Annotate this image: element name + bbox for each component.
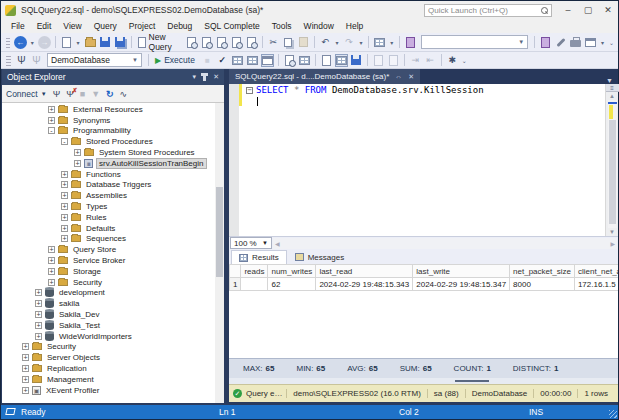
menu-item-edit[interactable]: Edit [31, 21, 58, 31]
editor-scroll-track[interactable] [608, 100, 617, 228]
collapse-region-icon[interactable]: − [246, 87, 253, 94]
tree-expander-icon[interactable]: + [61, 214, 68, 221]
tree-expander-icon[interactable]: + [22, 387, 29, 394]
maximize-button[interactable]: ▢ [582, 3, 594, 17]
tree-item-security[interactable]: +Security [2, 277, 224, 288]
toolbar-grip[interactable] [6, 54, 11, 66]
column-header-reads[interactable]: reads [241, 265, 268, 278]
live-stats-icon[interactable] [246, 54, 259, 67]
tree-expander-icon[interactable]: + [22, 343, 29, 350]
close-tab-icon[interactable]: ✕ [408, 73, 414, 81]
new-query-button[interactable]: New Query [135, 36, 183, 49]
pin-icon[interactable] [203, 73, 206, 81]
results-to-file-icon[interactable] [350, 54, 363, 67]
tree-item-wideworldimporters[interactable]: +WideWorldImporters [2, 331, 224, 342]
tree-item-development[interactable]: +development [2, 288, 224, 299]
find-combo[interactable]: ▼ [421, 35, 528, 49]
tree-item-sequences[interactable]: +Sequences [2, 234, 224, 245]
tree-expander-icon[interactable]: + [35, 333, 42, 340]
grid-cell[interactable]: 172.16.1.5 [574, 278, 618, 291]
tree-item-synonyms[interactable]: +Synonyms [2, 115, 224, 126]
tree-expander-icon[interactable]: + [22, 376, 29, 383]
split-window-handle[interactable]: ≡ [606, 84, 619, 92]
tree-expander-icon[interactable]: + [61, 203, 68, 210]
template-params-icon[interactable] [298, 54, 311, 67]
tree-expander-icon[interactable]: + [48, 268, 55, 275]
tree-item-service-broker[interactable]: +Service Broker [2, 255, 224, 266]
sqlcmd-mode-icon[interactable]: ✱ [446, 54, 459, 67]
close-panel-icon[interactable]: ✕ [213, 73, 219, 81]
activity-monitor-icon[interactable] [373, 36, 386, 49]
results-to-text-icon[interactable] [320, 54, 333, 67]
tree-expander-icon[interactable]: + [35, 289, 42, 296]
zoom-level-select[interactable]: 100 % ▼ [230, 237, 272, 249]
tree-expander-icon[interactable]: + [61, 181, 68, 188]
solution-icon[interactable] [404, 36, 417, 49]
tree-scrollbar[interactable] [215, 103, 224, 403]
toolbox-icon[interactable] [569, 36, 582, 49]
tree-scrollbar-thumb[interactable] [216, 187, 223, 277]
tree-item-storage[interactable]: +Storage [2, 266, 224, 277]
mdx-query-icon[interactable] [200, 36, 213, 49]
tree-item-functions[interactable]: +Functions [2, 169, 224, 180]
tree-item-defaults[interactable]: +Defaults [2, 223, 224, 234]
database-engine-query-icon[interactable] [185, 36, 198, 49]
grid-cell[interactable]: 8000 [510, 278, 575, 291]
tree-expander-icon[interactable]: + [48, 257, 55, 264]
scroll-left-icon[interactable]: ◀ [275, 240, 280, 247]
query-document-tab[interactable]: SQLQuery22.sql - d....DemoDatabase (sa)*… [229, 69, 420, 84]
tree-item-types[interactable]: +Types [2, 201, 224, 212]
menu-item-tools[interactable]: Tools [266, 21, 298, 31]
tree-expander-icon[interactable]: + [74, 149, 81, 156]
script-dropdown[interactable]: ▾ [388, 36, 395, 49]
tree-item-xevent-profiler[interactable]: +▣XEvent Profiler [2, 385, 224, 396]
tree-item-sakila[interactable]: +sakila [2, 298, 224, 309]
toolbar-grip[interactable] [6, 36, 10, 48]
tree-expander-icon[interactable]: + [22, 354, 29, 361]
tree-item-programmability[interactable]: -Programmability [2, 126, 224, 137]
menu-item-project[interactable]: Project [123, 21, 161, 31]
tree-item-system-stored-procedures[interactable]: +System Stored Procedures [2, 147, 224, 158]
tree-item-security[interactable]: +Security [2, 342, 224, 353]
column-header-last-write[interactable]: last_write [413, 265, 510, 278]
tree-item-server-objects[interactable]: +Server Objects [2, 352, 224, 363]
menu-item-debug[interactable]: Debug [161, 21, 198, 31]
scroll-down-icon[interactable]: ▼ [609, 228, 615, 236]
menu-item-query[interactable]: Query [88, 21, 123, 31]
tree-expander-icon[interactable]: + [61, 225, 68, 232]
menu-item-file[interactable]: File [5, 21, 31, 31]
properties-dropdown[interactable]: ▾ [599, 36, 606, 49]
sql-editor[interactable]: −SELECT * FROM DemoDatabase.srv.KillSess… [229, 84, 618, 236]
intellisense-icon[interactable] [283, 54, 296, 67]
query-toolbar-overflow[interactable]: ⌄ [461, 54, 468, 67]
scroll-right-icon[interactable]: ▶ [610, 240, 615, 247]
grid-cell[interactable]: 2024-02-29 19:48:15.343 [316, 278, 413, 291]
grid-cell[interactable]: 62 [268, 278, 316, 291]
tree-item-external-resources[interactable]: +External Resources [2, 104, 224, 115]
code-area[interactable]: −SELECT * FROM DemoDatabase.srv.KillSess… [242, 84, 605, 236]
tree-item-database-triggers[interactable]: +Database Triggers [2, 180, 224, 191]
open-file-icon[interactable] [84, 36, 97, 49]
sql-complete-wrench-icon[interactable] [554, 36, 567, 49]
nav-backward-dropdown[interactable]: ▾ [29, 36, 36, 49]
quick-launch-input[interactable]: Quick Launch (Ctrl+Q) [424, 4, 552, 17]
toolbar-overflow[interactable]: ⌄ [608, 36, 615, 49]
tree-expander-icon[interactable]: + [22, 365, 29, 372]
tree-expander-icon[interactable]: + [61, 171, 68, 178]
estimated-plan-icon[interactable] [231, 54, 244, 67]
editor-scrollbar[interactable]: ≡ ▲ ▼ [605, 84, 618, 236]
refresh-icon[interactable]: ↻ [106, 89, 114, 99]
grid-cell[interactable]: 1 [230, 278, 241, 291]
column-header-num-writes[interactable]: num_writes [268, 265, 316, 278]
tree-item-management[interactable]: +Management [2, 374, 224, 385]
menu-item-help[interactable]: Help [340, 21, 369, 31]
tree-item-query-store[interactable]: +Query Store [2, 244, 224, 255]
tree-expander-icon[interactable]: + [61, 235, 68, 242]
tree-item-rules[interactable]: +Rules [2, 212, 224, 223]
nav-backward-icon[interactable]: ← [14, 36, 27, 49]
column-header-last-read[interactable]: last_read [316, 265, 413, 278]
redo-dropdown[interactable]: ▾ [357, 36, 364, 49]
grid-cell[interactable]: 2024-02-29 19:48:15.347 [413, 278, 510, 291]
tab-list-dropdown-icon[interactable]: ▼ [601, 77, 618, 84]
disconnect-icon[interactable]: Ψ✗ [66, 89, 74, 99]
